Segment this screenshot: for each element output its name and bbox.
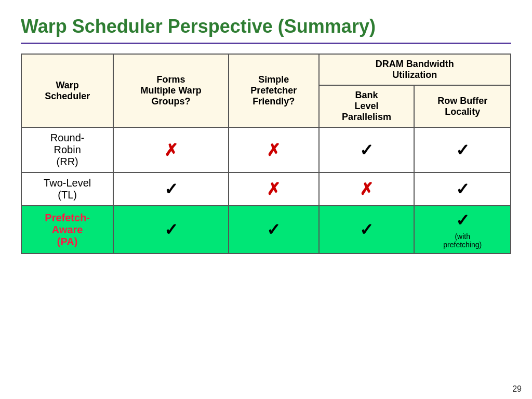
check-icon: ✓ [360,141,374,159]
check-icon: ✓ [267,220,281,239]
col-row-buffer: Row BufferLocality [414,85,511,127]
pa-row-buffer-note: (withprefetching) [418,232,507,249]
tl-row-buffer: ✓ [414,172,511,206]
col-forms-groups: FormsMultiple WarpGroups? [113,54,228,127]
tl-forms-groups: ✓ [113,172,228,206]
pa-forms-groups: ✓ [113,206,228,254]
rr-forms-groups: ✗ [113,127,228,172]
scheduler-tl: Two-Level(TL) [21,172,113,206]
check-icon: ✓ [360,220,374,239]
cross-icon: ✗ [164,141,178,159]
scheduler-rr: Round-Robin(RR) [21,127,113,172]
slide-title: Warp Scheduler Perspective (Summary) [21,16,511,37]
scheduler-pa: Prefetch-Aware(PA) [21,206,113,254]
tl-prefetcher: ✗ [229,172,319,206]
col-warp-scheduler: WarpScheduler [21,54,113,127]
check-icon: ✓ [164,220,178,239]
cross-icon: ✗ [267,141,281,159]
rr-row-buffer: ✓ [414,127,511,172]
col-dram-bandwidth: DRAM BandwidthUtilization [319,54,511,85]
col-bank-parallelism: BankLevelParallelism [319,85,415,127]
check-icon: ✓ [456,180,470,198]
cross-icon: ✗ [360,180,374,198]
pa-row-buffer: ✓ (withprefetching) [414,206,511,254]
page-number: 29 [512,384,522,394]
row-two-level: Two-Level(TL) ✓ ✗ ✗ ✓ [21,172,511,206]
table-container: WarpScheduler FormsMultiple WarpGroups? … [21,54,511,389]
check-icon: ✓ [456,211,470,230]
check-icon: ✓ [164,180,178,198]
rr-prefetcher: ✗ [229,127,319,172]
pa-prefetcher: ✓ [229,206,319,254]
summary-table: WarpScheduler FormsMultiple WarpGroups? … [21,54,511,254]
pa-bank: ✓ [319,206,415,254]
divider [21,43,511,44]
row-prefetch-aware: Prefetch-Aware(PA) ✓ ✓ ✓ ✓ (withprefetch… [21,206,511,254]
row-round-robin: Round-Robin(RR) ✗ ✗ ✓ ✓ [21,127,511,172]
cross-icon: ✗ [267,180,281,198]
tl-bank: ✗ [319,172,415,206]
col-prefetcher: SimplePrefetcherFriendly? [229,54,319,127]
slide: Warp Scheduler Perspective (Summary) War… [0,0,532,399]
header-row-top: WarpScheduler FormsMultiple WarpGroups? … [21,54,511,85]
check-icon: ✓ [456,141,470,159]
rr-bank: ✓ [319,127,415,172]
